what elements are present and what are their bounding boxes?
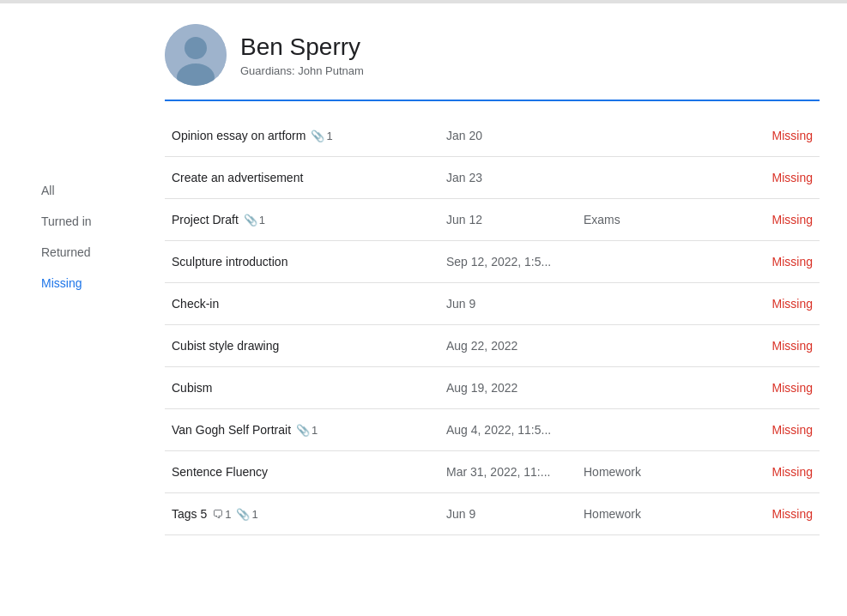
assignment-status: Missing (727, 507, 813, 521)
attachment-indicator: 📎 1 (311, 130, 332, 142)
sidebar-item-returned[interactable]: Returned (0, 237, 130, 268)
sidebar-item-label-returned: Returned (41, 245, 91, 259)
assignment-topic: Homework (584, 507, 727, 521)
sidebar-item-label-missing: Missing (41, 276, 82, 290)
assignment-date: Jan 20 (446, 129, 584, 142)
assignment-date: Jan 23 (446, 171, 584, 184)
assignment-name: Cubism (172, 381, 446, 395)
sidebar-item-all[interactable]: All (0, 175, 130, 206)
sidebar-item-label-turned-in: Turned in (41, 214, 92, 228)
assignment-date: Jun 9 (446, 507, 584, 521)
svg-point-1 (185, 37, 207, 59)
attachment-indicator: 📎 1 (236, 508, 257, 521)
guardians-name: John Putnam (298, 64, 364, 77)
main-content: Ben Sperry Guardians: John Putnam Opinio… (137, 3, 847, 616)
assignment-name: Tags 5 🗨 1 📎 1 (172, 507, 446, 521)
sidebar-item-turned-in[interactable]: Turned in (0, 206, 130, 237)
sidebar: All Turned in Returned Missing (0, 3, 137, 616)
profile-header: Ben Sperry Guardians: John Putnam (165, 24, 820, 101)
profile-guardians: Guardians: John Putnam (240, 64, 364, 77)
attachment-icon: 📎 (311, 130, 324, 142)
assignment-name: Van Gogh Self Portrait 📎 1 (172, 423, 446, 437)
attachment-icon: 📎 (244, 214, 257, 226)
assignment-topic: Homework (584, 465, 727, 479)
table-row[interactable]: Sculpture introduction Sep 12, 2022, 1:5… (165, 241, 820, 283)
assignment-status: Missing (727, 339, 813, 353)
assignment-name: Sculpture introduction (172, 255, 446, 269)
table-row[interactable]: Tags 5 🗨 1 📎 1 Jun 9 Homework Missing (165, 493, 820, 535)
table-row[interactable]: Check-in Jun 9 Missing (165, 283, 820, 325)
assignment-status: Missing (727, 255, 813, 269)
assignment-status: Missing (727, 129, 813, 142)
table-row[interactable]: Sentence Fluency Mar 31, 2022, 11:... Ho… (165, 451, 820, 493)
table-row[interactable]: Van Gogh Self Portrait 📎 1 Aug 4, 2022, … (165, 409, 820, 451)
assignment-status: Missing (727, 297, 813, 311)
assignment-name: Create an advertisement (172, 171, 446, 184)
assignment-date: Sep 12, 2022, 1:5... (446, 255, 584, 269)
assignment-date: Jun 12 (446, 213, 584, 226)
avatar (165, 24, 227, 86)
assignment-date: Mar 31, 2022, 11:... (446, 465, 584, 479)
sidebar-item-missing[interactable]: Missing (0, 268, 130, 299)
assignments-table: Opinion essay on artform 📎 1 Jan 20 Miss… (165, 115, 820, 535)
profile-info: Ben Sperry Guardians: John Putnam (240, 33, 364, 78)
assignment-name: Cubist style drawing (172, 339, 446, 353)
assignment-name: Project Draft 📎 1 (172, 213, 446, 226)
table-row[interactable]: Project Draft 📎 1 Jun 12 Exams Missing (165, 199, 820, 241)
guardians-label: Guardians: (240, 64, 295, 77)
assignment-name: Opinion essay on artform 📎 1 (172, 129, 446, 142)
assignment-status: Missing (727, 213, 813, 226)
attachment-icon: 📎 (296, 424, 310, 437)
attachment-indicator: 📎 1 (244, 214, 265, 226)
comment-attachment-indicator: 🗨 1 (212, 508, 231, 521)
table-row[interactable]: Create an advertisement Jan 23 Missing (165, 157, 820, 199)
assignment-name: Sentence Fluency (172, 465, 446, 479)
assignment-date: Aug 4, 2022, 11:5... (446, 423, 584, 437)
assignment-name: Check-in (172, 297, 446, 311)
comment-icon: 🗨 (212, 508, 223, 521)
table-row[interactable]: Cubism Aug 19, 2022 Missing (165, 367, 820, 409)
table-row[interactable]: Opinion essay on artform 📎 1 Jan 20 Miss… (165, 115, 820, 157)
assignment-status: Missing (727, 381, 813, 395)
assignment-topic: Exams (584, 213, 727, 226)
assignment-status: Missing (727, 171, 813, 184)
assignment-status: Missing (727, 465, 813, 479)
profile-name: Ben Sperry (240, 33, 364, 62)
attachment-icon: 📎 (236, 508, 250, 521)
assignment-date: Aug 19, 2022 (446, 381, 584, 395)
attachment-indicator: 📎 1 (296, 424, 318, 437)
sidebar-item-label-all: All (41, 184, 55, 197)
page-container: All Turned in Returned Missing Ben Sperr… (0, 3, 847, 616)
assignment-date: Aug 22, 2022 (446, 339, 584, 353)
assignment-status: Missing (727, 423, 813, 437)
table-row[interactable]: Cubist style drawing Aug 22, 2022 Missin… (165, 325, 820, 367)
assignment-date: Jun 9 (446, 297, 584, 311)
